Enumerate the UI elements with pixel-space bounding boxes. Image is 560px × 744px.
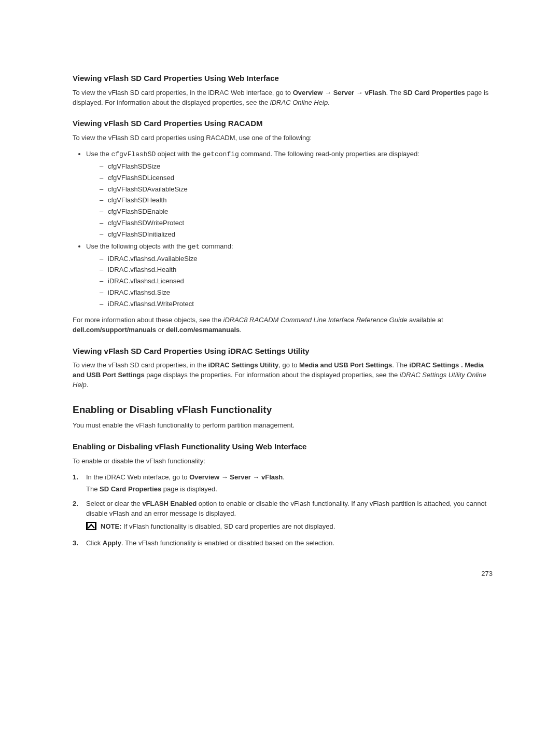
list-item: cfgVFlashSDInitialized (100, 230, 493, 240)
link-vflash: vFlash (261, 473, 283, 481)
text: command: (200, 242, 233, 250)
step-1-line2: The SD Card Properties page is displayed… (86, 485, 493, 494)
text: . The vFlash functionality is enabled or… (121, 539, 334, 547)
list-item: iDRAC.vflashsd.AvailableSize (100, 254, 493, 264)
text-bold: Media and USB Port Settings (299, 361, 392, 369)
text-arrow: → (219, 473, 230, 481)
link-vflash: vFlash (365, 89, 386, 97)
list-item: cfgVFlashSDLicensed (100, 173, 493, 183)
text: Use the (86, 150, 111, 158)
text: command. The following read-only propert… (239, 150, 419, 158)
text: In the iDRAC Web interface, go to (86, 473, 189, 481)
text-italic: iDRAC8 RACADM Command Line Interface Ref… (223, 316, 408, 324)
heading-s4: Enabling or Disabling vFlash Functionali… (73, 403, 493, 417)
code-text: cfgvFlashSD (111, 150, 156, 158)
link-overview: Overview (189, 473, 219, 481)
link-esma: dell.com/esmamanuals (166, 326, 240, 334)
list-item: Use the cfgvFlashSD object with the getc… (86, 149, 493, 240)
step-3: 3. Click Apply. The vFlash functionality… (73, 539, 493, 548)
text: . The (392, 361, 409, 369)
text: . (240, 326, 242, 334)
note-icon (86, 522, 96, 533)
dash-list-2: iDRAC.vflashsd.AvailableSize iDRAC.vflas… (86, 254, 493, 309)
list-item: Use the following objects with the get c… (86, 242, 493, 309)
list-item: cfgVFlashSDHealth (100, 196, 493, 205)
heading-s1: Viewing vFlash SD Card Properties Using … (73, 73, 493, 84)
list-item: iDRAC.vflashsd.Health (100, 265, 493, 275)
text: For more information about these objects… (73, 316, 223, 324)
text: The (86, 485, 100, 493)
step-1: 1. In the iDRAC Web interface, go to Ove… (73, 473, 493, 494)
paragraph-s3: To view the vFlash SD card properties, i… (73, 361, 493, 390)
text-arrow: → (251, 473, 261, 481)
text: page displays the properties. For inform… (145, 371, 400, 379)
bullet-list-s2: Use the cfgvFlashSD object with the getc… (73, 149, 493, 309)
text: . (87, 381, 89, 389)
paragraph-s2-intro: To view the vFlash SD card properties us… (73, 133, 493, 143)
heading-s3: Viewing vFlash SD Card Properties Using … (73, 346, 493, 357)
paragraph-s5-intro: To enable or disable the vFlash function… (73, 457, 493, 466)
paragraph-s4: You must enable the vFlash functionality… (73, 421, 493, 431)
text: available at (407, 316, 443, 324)
step-number: 1. (73, 473, 78, 483)
link-server: Server (230, 473, 250, 481)
heading-s5: Enabling or Disbaling vFlash Functionali… (73, 441, 493, 452)
code-text: getconfig (203, 150, 239, 158)
step-number: 2. (73, 499, 78, 509)
text-italic: iDRAC Online Help (270, 99, 328, 106)
step-2: 2. Select or clear the vFLASH Enabled op… (73, 499, 493, 533)
text-bold: vFLASH Enabled (142, 500, 197, 507)
text: To view the vFlash SD card properties, i… (73, 361, 208, 369)
text: Use the following objects with the (86, 242, 188, 250)
text: or (156, 326, 166, 334)
list-item: cfgVFlashSDSize (100, 162, 493, 172)
heading-s2: Viewing vFlash SD Card Properties Using … (73, 118, 493, 129)
dash-list-1: cfgVFlashSDSize cfgVFlashSDLicensed cfgV… (86, 162, 493, 240)
link-overview: Overview (293, 89, 323, 97)
step-number: 3. (73, 539, 78, 548)
note-block: NOTE: If vFlash functionality is disable… (86, 522, 493, 533)
code-text: get (188, 243, 200, 251)
list-item: iDRAC.vflashsd.WriteProtect (100, 299, 493, 309)
list-item: cfgVFlashSDAvailableSize (100, 185, 493, 195)
note-label: NOTE: (101, 522, 121, 530)
text: page is displayed. (161, 485, 217, 493)
text: object with the (156, 150, 202, 158)
text-arrow: → (354, 89, 365, 97)
paragraph-s2-footer: For more information about these objects… (73, 315, 493, 335)
text: , go to (278, 361, 299, 369)
page-number: 273 (73, 569, 493, 579)
link-support: dell.com/support/manuals (73, 326, 156, 334)
list-item: iDRAC.vflashsd.Licensed (100, 277, 493, 286)
text: Select or clear the (86, 500, 142, 507)
text: . (283, 473, 285, 481)
text: Click (86, 539, 103, 547)
text: To view the vFlash SD card properties, i… (73, 89, 293, 97)
note-text: NOTE: If vFlash functionality is disable… (101, 522, 335, 532)
text: . The (386, 89, 403, 97)
text-bold: Apply (103, 539, 121, 547)
link-server: Server (333, 89, 354, 97)
list-item: cfgVFlashSDEnable (100, 207, 493, 217)
text-bold: iDRAC Settings Utility (208, 361, 279, 369)
text: If vFlash functionality is disabled, SD … (121, 522, 335, 530)
text: . (328, 99, 330, 106)
text-arrow: → (323, 89, 333, 97)
text-sdcard: SD Card Properties (403, 89, 465, 97)
list-item: iDRAC.vflashsd.Size (100, 288, 493, 298)
list-item: cfgVFlashSDWriteProtect (100, 218, 493, 228)
text-bold: SD Card Properties (100, 485, 161, 493)
paragraph-s1: To view the vFlash SD card properties, i… (73, 88, 493, 108)
steps-list: 1. In the iDRAC Web interface, go to Ove… (73, 473, 493, 548)
